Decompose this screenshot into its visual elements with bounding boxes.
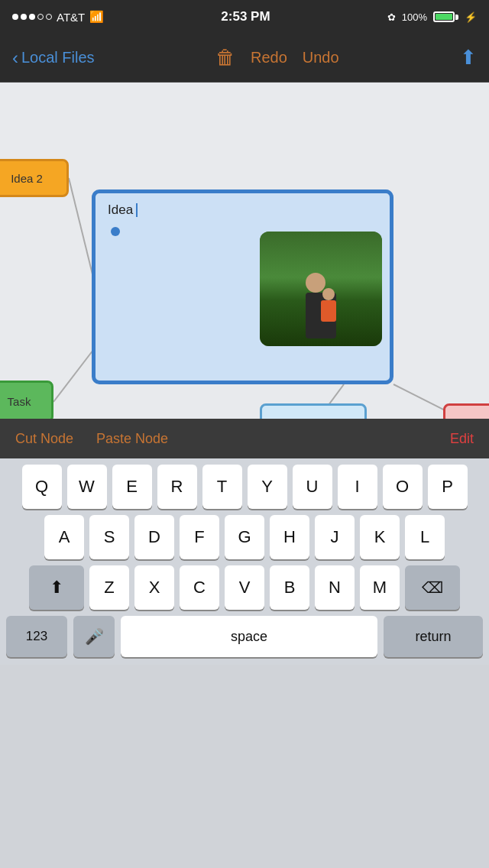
carrier-label: AT&T xyxy=(57,11,85,24)
return-label: return xyxy=(415,629,451,645)
node-task-label: Task xyxy=(8,395,31,408)
node-idea-main[interactable]: Idea xyxy=(92,189,393,384)
key-Q[interactable]: Q xyxy=(22,465,62,509)
child-figure xyxy=(321,302,342,332)
kb-row-3: ⬆ Z X C V B N M ⌫ xyxy=(3,565,486,610)
key-T[interactable]: T xyxy=(202,465,242,509)
numbers-key[interactable]: 123 xyxy=(6,616,67,657)
space-key[interactable]: space xyxy=(121,616,377,657)
space-label: space xyxy=(231,629,267,645)
idea-dot xyxy=(111,227,120,236)
key-B[interactable]: B xyxy=(270,565,309,610)
key-P[interactable]: P xyxy=(428,465,468,509)
idea-text-row: Idea xyxy=(105,202,138,218)
photo-person xyxy=(306,294,336,338)
key-F[interactable]: F xyxy=(180,515,219,559)
key-G[interactable]: G xyxy=(225,515,264,559)
back-label: Local Files xyxy=(21,49,95,66)
mic-key[interactable]: 🎤 xyxy=(73,616,115,657)
text-cursor xyxy=(136,203,138,217)
key-I[interactable]: I xyxy=(338,465,377,509)
return-key[interactable]: return xyxy=(384,616,483,657)
person-head xyxy=(306,273,325,293)
battery-percent: 100% xyxy=(402,11,427,23)
key-Y[interactable]: Y xyxy=(248,465,287,509)
charging-icon: ⚡ xyxy=(465,11,477,23)
bluetooth-icon: ✿ xyxy=(387,11,396,23)
key-R[interactable]: R xyxy=(157,465,197,509)
node-tool[interactable]: Tool xyxy=(260,403,367,419)
nav-actions: 🗑 Redo Undo xyxy=(215,46,339,70)
dot3 xyxy=(29,14,35,20)
dot1 xyxy=(12,14,18,20)
kb-row-1: Q W E R T Y U I O P xyxy=(3,465,486,509)
person-body xyxy=(306,293,336,338)
redo-button[interactable]: Redo xyxy=(251,49,287,66)
key-X[interactable]: X xyxy=(134,565,174,610)
key-N[interactable]: N xyxy=(315,565,355,610)
node-photo xyxy=(260,232,382,346)
key-M[interactable]: M xyxy=(360,565,400,610)
status-right: ✿ 100% ⚡ xyxy=(387,11,477,23)
key-C[interactable]: C xyxy=(180,565,219,610)
wifi-icon: 📶 xyxy=(89,10,104,24)
child-head xyxy=(322,288,335,300)
node-red-right[interactable]: F xyxy=(443,403,489,419)
key-V[interactable]: V xyxy=(225,565,264,610)
idea-main-label: Idea xyxy=(108,202,133,218)
cut-node-button[interactable]: Cut Node xyxy=(15,431,73,447)
dot5 xyxy=(46,14,52,20)
status-time: 2:53 PM xyxy=(221,9,270,24)
nav-back[interactable]: ‹ Local Files xyxy=(12,47,95,69)
key-Z[interactable]: Z xyxy=(89,565,129,610)
battery-icon xyxy=(433,11,458,22)
share-icon[interactable]: ⬆ xyxy=(460,46,477,70)
key-A[interactable]: A xyxy=(44,515,84,559)
nav-bar: ‹ Local Files 🗑 Redo Undo ⬆ xyxy=(0,34,489,83)
undo-button[interactable]: Undo xyxy=(303,49,339,66)
keyboard: Q W E R T Y U I O P A S D F G H J K L ⬆ … xyxy=(0,458,489,665)
key-D[interactable]: D xyxy=(134,515,174,559)
node-idea2-label: Idea 2 xyxy=(11,172,43,185)
status-left: AT&T 📶 xyxy=(12,10,104,24)
node-task[interactable]: Task xyxy=(0,381,53,419)
edit-button[interactable]: Edit xyxy=(450,431,474,447)
numbers-label: 123 xyxy=(26,629,47,644)
key-E[interactable]: E xyxy=(112,465,152,509)
key-K[interactable]: K xyxy=(360,515,400,559)
key-O[interactable]: O xyxy=(383,465,423,509)
key-U[interactable]: U xyxy=(293,465,332,509)
child-body xyxy=(321,300,336,322)
key-H[interactable]: H xyxy=(270,515,309,559)
mind-map-canvas[interactable]: Idea 2 Idea xyxy=(0,83,489,419)
delete-key[interactable]: ⌫ xyxy=(405,565,460,610)
status-bar: AT&T 📶 2:53 PM ✿ 100% ⚡ xyxy=(0,0,489,34)
svg-line-1 xyxy=(53,350,93,402)
context-bar: Cut Node Paste Node Edit xyxy=(0,419,489,458)
back-arrow-icon: ‹ xyxy=(12,47,18,69)
node-red-right-label: F xyxy=(470,419,477,419)
kb-row-2: A S D F G H J K L xyxy=(3,515,486,559)
dot2 xyxy=(21,14,27,20)
paste-node-button[interactable]: Paste Node xyxy=(96,431,450,447)
key-W[interactable]: W xyxy=(67,465,107,509)
dot4 xyxy=(37,14,44,20)
key-S[interactable]: S xyxy=(89,515,129,559)
key-L[interactable]: L xyxy=(405,515,445,559)
shift-key[interactable]: ⬆ xyxy=(29,565,84,610)
node-idea2[interactable]: Idea 2 xyxy=(0,159,69,197)
mic-icon: 🎤 xyxy=(85,627,104,646)
photo-scene xyxy=(260,232,382,346)
key-J[interactable]: J xyxy=(315,515,355,559)
kb-bottom-row: 123 🎤 space return xyxy=(3,616,486,657)
trash-icon[interactable]: 🗑 xyxy=(215,46,235,70)
svg-line-0 xyxy=(69,178,93,277)
signal-dots xyxy=(12,14,52,20)
